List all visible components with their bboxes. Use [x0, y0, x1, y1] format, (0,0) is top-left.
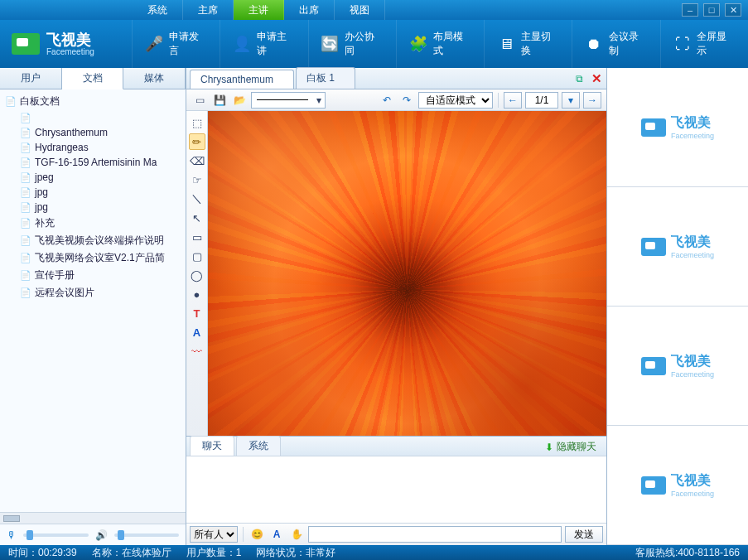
select-tool-icon[interactable]: ⬚ — [189, 114, 205, 131]
redo-icon[interactable]: ↷ — [398, 92, 415, 109]
tree-item[interactable]: 📄宣传手册 — [2, 267, 184, 284]
tree-item[interactable]: 📄 — [2, 110, 184, 125]
tree-item-label: 飞视美网络会议室V2.1产品简 — [35, 251, 165, 265]
minimize-button[interactable]: – — [682, 3, 698, 17]
video-slot-3[interactable]: 飞视美Facemeeting — [607, 307, 748, 426]
status-net-label: 网络状况： — [256, 547, 306, 558]
chat-tab-system[interactable]: 系统 — [236, 436, 281, 456]
left-tab-docs[interactable]: 文档 — [62, 68, 124, 89]
record-button[interactable]: ⏺会议录制 — [572, 20, 659, 68]
left-panel: 用户 文档 媒体 📄 白板文档 📄📄Chrysanthemum📄Hydrange… — [0, 68, 186, 545]
request-presenter-button[interactable]: 👤申请主讲 — [220, 20, 307, 68]
maximize-button[interactable]: □ — [703, 3, 720, 17]
rect-tool-icon[interactable]: ▭ — [189, 229, 205, 245]
popout-icon[interactable]: ⧉ — [572, 71, 586, 86]
file-icon: 📄 — [20, 127, 31, 138]
pencil-tool-icon[interactable]: ✏ — [189, 133, 205, 150]
tree-item-label: Chrysanthemum — [35, 127, 108, 138]
tree-item[interactable]: 📄飞视美网络会议室V2.1产品简 — [2, 249, 184, 267]
menu-system[interactable]: 系统 — [133, 0, 183, 20]
next-page-button[interactable]: → — [583, 92, 601, 109]
document-image — [208, 111, 606, 436]
eraser-tool-icon[interactable]: ⌫ — [189, 152, 205, 169]
arrow-tool-icon[interactable]: ↖ — [189, 210, 205, 226]
menu-presenter[interactable]: 主讲 — [234, 0, 284, 20]
app-logo: 飞视美 Facemeeting — [0, 32, 132, 56]
zoom-mode-select[interactable]: 自适应模式 — [418, 92, 493, 109]
menu-attend[interactable]: 出席 — [284, 0, 335, 20]
request-speak-button[interactable]: 🎤申请发言 — [132, 20, 220, 68]
tree-hscroll[interactable] — [0, 512, 186, 524]
font-icon[interactable]: A — [268, 526, 285, 543]
tree-item[interactable]: 📄补充 — [2, 215, 184, 232]
tree-item-label: 宣传手册 — [35, 268, 75, 282]
new-icon[interactable]: ▭ — [191, 92, 208, 109]
tree-root[interactable]: 📄 白板文档 — [2, 93, 184, 110]
header-buttons: 🎤申请发言👤申请主讲🔄办公协同🧩布局模式🖥主显切换⏺会议录制⛶全屏显示 — [132, 20, 748, 68]
tree-item[interactable]: 📄jpg — [2, 185, 184, 200]
main-display-button[interactable]: 🖥主显切换 — [484, 20, 572, 68]
mic-icon[interactable]: 🎙 — [7, 529, 17, 541]
tree-item[interactable]: 📄远程会议图片 — [2, 284, 184, 302]
highlighter-tool-icon[interactable]: 〰 — [189, 343, 205, 360]
page-dropdown[interactable]: ▾ — [562, 92, 580, 109]
hide-chat-button[interactable]: ⬇ 隐藏聊天 — [545, 440, 603, 456]
line-style-combo[interactable]: ▾ — [251, 92, 326, 109]
tree-item[interactable]: 📄Hydrangeas — [2, 140, 184, 155]
prev-page-button[interactable]: ← — [504, 92, 522, 109]
save-icon[interactable]: 💾 — [211, 92, 228, 109]
menu-view[interactable]: 视图 — [335, 0, 385, 20]
chat-tab-chat[interactable]: 聊天 — [190, 436, 234, 456]
ellipse-tool-icon[interactable]: ◯ — [189, 267, 205, 283]
brand-name: 飞视美 — [46, 32, 94, 47]
page-input[interactable] — [525, 92, 558, 109]
tree-item-label: jpg — [35, 186, 48, 198]
mic-slider[interactable] — [23, 533, 89, 537]
office-collab-button[interactable]: 🔄办公协同 — [308, 20, 396, 68]
tree-item-label: Hydrangeas — [35, 142, 89, 153]
speaker-slider[interactable] — [114, 533, 180, 537]
whiteboard-canvas[interactable] — [208, 111, 606, 436]
file-icon: 📄 — [20, 253, 31, 264]
close-window-button[interactable]: ✕ — [725, 3, 741, 17]
chat-target-select[interactable]: 所有人 — [190, 526, 238, 543]
line-tool-icon[interactable]: ＼ — [189, 191, 205, 207]
fullscreen-button-label: 全屏显示 — [697, 30, 736, 58]
hand-icon[interactable]: ✋ — [288, 526, 305, 543]
center-panel: Chrysanthemum 白板 1 ⧉ ✕ ▭ 💾 📂 ▾ ↶ ↷ 自适应模式… — [186, 68, 607, 545]
text-tool-icon[interactable]: T — [189, 305, 205, 321]
pointer-tool-icon[interactable]: ☞ — [189, 171, 205, 188]
close-tab-icon[interactable]: ✕ — [589, 71, 604, 86]
file-icon: 📄 — [20, 142, 31, 153]
doc-tab-1[interactable]: 白板 1 — [296, 67, 355, 89]
undo-icon[interactable]: ↶ — [379, 92, 395, 109]
emoji-icon[interactable]: 😊 — [249, 526, 265, 543]
tree-item[interactable]: 📄Chrysanthemum — [2, 125, 184, 140]
layout-mode-button[interactable]: 🧩布局模式 — [396, 20, 484, 68]
video-slot-4[interactable]: 飞视美Facemeeting — [607, 426, 748, 545]
chat-input[interactable] — [308, 526, 562, 543]
roundrect-tool-icon[interactable]: ▢ — [189, 248, 205, 264]
open-icon[interactable]: 📂 — [231, 92, 248, 109]
menu-chair[interactable]: 主席 — [183, 0, 234, 20]
tree-item[interactable]: 📄TGF-16-159 Artemisinin Ma — [2, 155, 184, 170]
request-speak-button-icon: 🎤 — [144, 34, 164, 54]
left-tab-media[interactable]: 媒体 — [123, 68, 186, 89]
send-button[interactable]: 发送 — [565, 526, 603, 543]
font-tool-icon[interactable]: A — [189, 324, 205, 340]
tree-item[interactable]: 📄jpeg — [2, 170, 184, 185]
tree-item[interactable]: 📄飞视美视频会议终端操作说明 — [2, 232, 184, 249]
video-slot-1[interactable]: 飞视美Facemeeting — [607, 68, 748, 187]
tree-item-label: jpg — [35, 201, 48, 213]
logo-icon — [12, 33, 40, 55]
left-tab-users[interactable]: 用户 — [0, 68, 62, 89]
doc-tab-0[interactable]: Chrysanthemum — [190, 70, 294, 89]
status-name: 在线体验厅 — [122, 547, 171, 558]
speaker-icon[interactable]: 🔊 — [95, 529, 108, 541]
filled-ellipse-tool-icon[interactable]: ● — [189, 286, 205, 302]
tree-item[interactable]: 📄jpg — [2, 200, 184, 215]
video-slot-2[interactable]: 飞视美Facemeeting — [607, 187, 748, 307]
office-collab-button-label: 办公协同 — [345, 30, 384, 58]
tree-item-label: 远程会议图片 — [35, 286, 94, 300]
fullscreen-button[interactable]: ⛶全屏显示 — [660, 20, 748, 68]
